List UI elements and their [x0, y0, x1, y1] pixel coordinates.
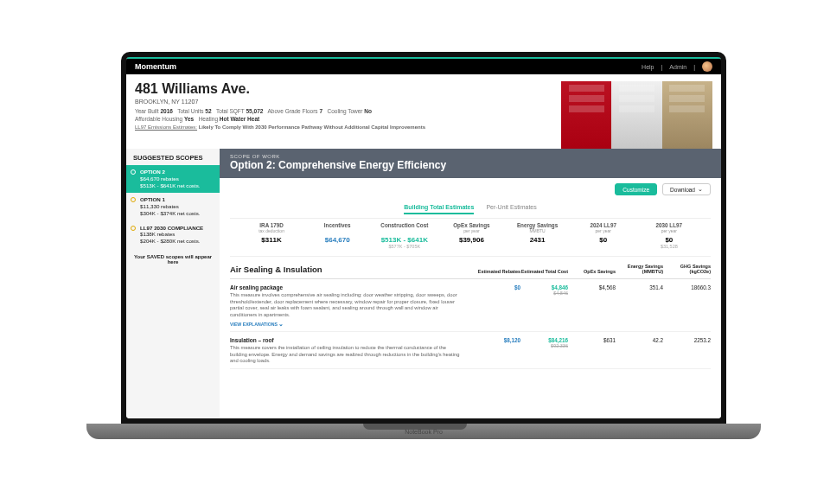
scope-status-icon	[131, 226, 136, 231]
saved-scopes-placeholder: Your SAVED scopes will appear here	[126, 249, 220, 270]
customize-button[interactable]: Customize	[615, 183, 657, 195]
section-air-sealing: Air Sealing & Insulation Estimated Rebat…	[220, 257, 721, 369]
measure-title: Insulation – roof	[230, 337, 464, 343]
metric-opex: OpEx Savingsper year$39,906	[449, 222, 494, 249]
nav-help[interactable]: Help	[642, 64, 654, 70]
ll97-estimates-value: Likely To Comply With 2030 Performance P…	[199, 124, 425, 130]
property-header: 481 Williams Ave. BROOKLYN, NY 11207 Yea…	[126, 74, 721, 149]
content: SCOPE OF WORK Option 2: Comprehensive En…	[220, 149, 721, 418]
measure-row: Insulation – roof This measure covers th…	[230, 332, 711, 369]
view-explanations-link[interactable]: VIEW EXPLANATIONS ⌄	[230, 321, 464, 328]
metric-2030ll97: 2030 LL97per year$0$31,528	[647, 222, 692, 249]
chevron-down-icon: ⌄	[278, 321, 284, 327]
brand-logo[interactable]: Momentum	[135, 62, 176, 71]
tab-building-total[interactable]: Building Total Estimates	[404, 204, 474, 214]
metric-2024ll97: 2024 LL97per year$0	[581, 222, 626, 249]
scope-title: Option 2: Comprehensive Energy Efficienc…	[230, 159, 711, 171]
measure-desc: This measure covers the installation of …	[230, 345, 464, 365]
avatar[interactable]	[702, 61, 712, 72]
tab-per-unit[interactable]: Per-Unit Estimates	[486, 204, 536, 214]
scope-ll97-2030[interactable]: LL97 2030 COMPLIANCE $138K rebates $204K…	[126, 221, 220, 249]
chevron-down-icon: ⌄	[698, 186, 703, 193]
topbar: Momentum Help | Admin |	[126, 57, 721, 74]
section-title: Air Sealing & Insulation	[230, 265, 473, 274]
ll97-estimates-link[interactable]: LL97 Emissions Estimates:	[135, 124, 197, 130]
scope-option-1[interactable]: OPTION 1 $11,330 rebates $304K - $374K n…	[126, 193, 220, 220]
estimate-tabs: Building Total Estimates Per-Unit Estima…	[220, 201, 721, 218]
property-address2: BROOKLYN, NY 11207	[135, 99, 561, 105]
metric-incentives[interactable]: Incentives $64,670	[315, 222, 360, 249]
download-button[interactable]: Download⌄	[662, 183, 711, 195]
measure-title: Air sealing package	[230, 284, 464, 290]
scope-banner: SCOPE OF WORK Option 2: Comprehensive En…	[220, 149, 721, 178]
metrics-row: IRA 179Dtax deduction$311K Incentives $6…	[230, 218, 711, 257]
sidebar: SUGGESTED SCOPES OPTION 2 $64,670 rebate…	[126, 149, 220, 418]
measure-desc: This measure involves comprehensive air …	[230, 292, 464, 318]
scope-option-2[interactable]: OPTION 2 $64,670 rebates $513K - $641K n…	[126, 165, 220, 193]
metric-ira179d: IRA 179Dtax deduction$311K	[249, 222, 294, 249]
scope-status-icon	[131, 169, 136, 175]
measure-row: Air sealing package This measure involve…	[230, 279, 711, 332]
property-photos[interactable]	[561, 81, 712, 149]
metric-construction: Construction Cost $513K - $641K$577K - $…	[380, 222, 428, 249]
nav-admin[interactable]: Admin	[669, 64, 686, 70]
scope-status-icon	[131, 197, 136, 202]
metric-energy: Energy SavingsMMBTU2431	[515, 222, 560, 249]
property-name: 481 Williams Ave.	[135, 81, 561, 97]
sidebar-title: SUGGESTED SCOPES	[126, 149, 220, 165]
